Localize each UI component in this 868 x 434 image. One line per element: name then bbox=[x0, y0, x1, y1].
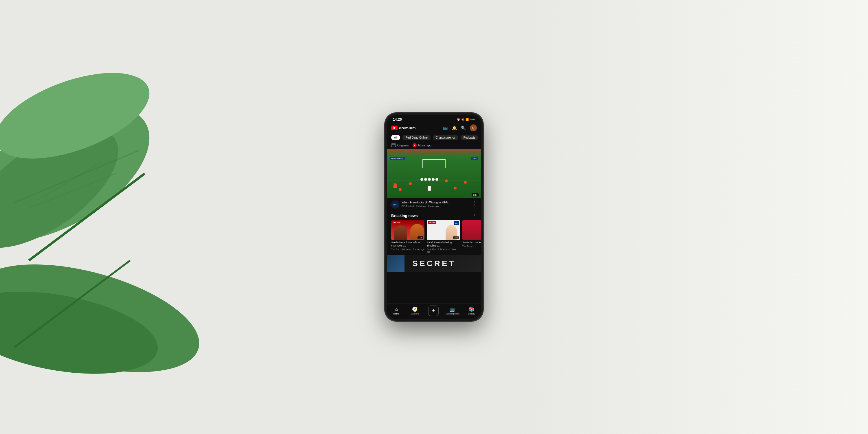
header-action-icons: 📺 🔔 🔍 U bbox=[443, 124, 477, 131]
secret-bg-image bbox=[387, 255, 404, 272]
svg-line-4 bbox=[43, 162, 101, 197]
library-label: Library bbox=[468, 312, 475, 315]
daily-mail-logo-text: Mail bbox=[455, 222, 458, 224]
player-orange-2 bbox=[409, 182, 412, 185]
news-1-channel: The Sun · 18K views · 2 hours ago bbox=[391, 248, 425, 251]
main-video-more-icon[interactable]: ⋮ bbox=[473, 200, 477, 205]
thumb-telegraph-content bbox=[462, 220, 481, 240]
music-icon bbox=[412, 143, 416, 147]
svg-point-7 bbox=[0, 278, 164, 388]
youtube-logo[interactable]: Premium bbox=[391, 126, 416, 130]
svg-line-3 bbox=[14, 151, 139, 203]
player-5 bbox=[435, 178, 438, 181]
avatar[interactable]: U bbox=[470, 124, 477, 131]
player-2 bbox=[424, 178, 427, 181]
news-2-channel: Daily Mail · 1.4K views · 1 hour ago bbox=[427, 248, 460, 253]
main-video-time: · 1 year ago bbox=[427, 205, 439, 208]
news-3-channel: The Telegr... bbox=[462, 245, 481, 247]
search-icon[interactable]: 🔍 bbox=[461, 126, 466, 130]
main-video-channel: B/R Football bbox=[402, 205, 414, 208]
main-video-title[interactable]: When Free-Kicks Go Wrong in FIFA... bbox=[402, 200, 470, 204]
channel-avatar-inner: B/R bbox=[391, 200, 399, 209]
youtube-premium-label: Premium bbox=[399, 126, 416, 130]
breaking-news-header: Breaking news ⋮ bbox=[387, 211, 481, 219]
secret-text: SECRET bbox=[412, 259, 456, 268]
missing-banner: MISSING bbox=[428, 221, 436, 224]
svg-line-5 bbox=[29, 174, 116, 208]
phone-screen: 14:26 ⏰ 🔕 📶 65% Premium 📺 🔔 🔍 U Al bbox=[387, 115, 481, 319]
chip-podcasts[interactable]: Podcasts bbox=[461, 135, 478, 140]
qatar-banner: QATAR AIRWAYS bbox=[390, 157, 405, 160]
goalkeeper bbox=[393, 183, 398, 188]
news-video-3[interactable]: Sarah Ev... we know... The Telegr... bbox=[462, 220, 481, 253]
svg-point-2 bbox=[0, 55, 160, 176]
cast-icon[interactable]: 📺 bbox=[443, 126, 448, 130]
sun-logo: The Sun bbox=[392, 221, 401, 224]
main-video-info: B/R When Free-Kicks Go Wrong in FIFA... … bbox=[387, 198, 481, 211]
nav-add[interactable]: + bbox=[427, 306, 440, 316]
player-1 bbox=[421, 178, 423, 181]
news-3-title: Sarah Ev... we know... bbox=[462, 241, 481, 244]
svg-point-0 bbox=[0, 78, 172, 269]
breaking-news-title: Breaking news bbox=[391, 214, 418, 218]
originals-icon bbox=[391, 144, 396, 147]
status-time: 14:26 bbox=[393, 118, 402, 122]
player-orange-3 bbox=[445, 179, 448, 182]
nav-explore[interactable]: 🧭 Explore bbox=[408, 306, 421, 315]
main-video-meta: When Free-Kicks Go Wrong in FIFA... B/R … bbox=[402, 200, 470, 208]
chip-crypto[interactable]: Cryptocurrency bbox=[433, 135, 458, 140]
news-video-1[interactable]: The Sun 1:35 Sarah Everard: Met officer … bbox=[391, 220, 425, 253]
explore-label: Explore bbox=[411, 312, 418, 315]
breaking-news-more-icon[interactable]: ⋮ bbox=[473, 213, 477, 218]
premium-bar: Originals Music app bbox=[387, 142, 481, 149]
breaking-news-list: The Sun 1:35 Sarah Everard: Met officer … bbox=[387, 219, 481, 255]
svg-point-1 bbox=[0, 105, 138, 271]
player-orange-4 bbox=[454, 187, 457, 189]
news-thumb-1: The Sun 1:35 bbox=[391, 220, 425, 240]
battery-level: 65% bbox=[470, 118, 475, 121]
crowd bbox=[387, 149, 481, 156]
news-2-title: Sarah Everard missing: Timeline o... bbox=[427, 241, 460, 247]
filter-chips: All Red Dead Online Cryptocurrency Podca… bbox=[387, 133, 481, 142]
daily-mail-logo: Mail bbox=[454, 221, 459, 225]
player-12: 12 bbox=[428, 186, 431, 192]
music-app-item[interactable]: Music app bbox=[412, 143, 431, 147]
news-thumb-3 bbox=[462, 220, 481, 240]
channel-avatar-br[interactable]: B/R bbox=[391, 200, 399, 209]
news-3-meta: Sarah Ev... we know... The Telegr... bbox=[462, 241, 481, 247]
nav-home[interactable]: ⌂ Home bbox=[390, 307, 403, 315]
leaf-background bbox=[0, 0, 203, 434]
secret-section[interactable]: SECRET bbox=[387, 255, 481, 272]
main-video-sub-info: B/R Football · 2M views · 1 year ago bbox=[402, 205, 470, 208]
originals-item[interactable]: Originals bbox=[391, 144, 408, 147]
youtube-logo-icon bbox=[391, 126, 398, 130]
news-1-meta: Sarah Everard: Met officer may have 'u..… bbox=[391, 241, 425, 251]
alarm-icon: ⏰ bbox=[457, 118, 460, 121]
phone-shell: 14:26 ⏰ 🔕 📶 65% Premium 📺 🔔 🔍 U Al bbox=[385, 113, 483, 321]
main-video-thumbnail[interactable]: QATAR AIRWAYS FIFA bbox=[387, 149, 481, 198]
chip-all[interactable]: All bbox=[391, 135, 400, 140]
explore-icon: 🧭 bbox=[412, 306, 418, 312]
bell-icon[interactable]: 🔔 bbox=[452, 126, 457, 130]
player-4 bbox=[432, 178, 435, 181]
chip-red-dead[interactable]: Red Dead Online bbox=[402, 135, 431, 140]
library-icon: 📚 bbox=[469, 306, 474, 312]
player-3 bbox=[428, 178, 431, 181]
subscriptions-label: Subscriptions bbox=[445, 312, 460, 315]
music-app-label: Music app bbox=[418, 144, 431, 147]
news-1-title: Sarah Everard: Met officer may have 'u..… bbox=[391, 241, 425, 247]
originals-label: Originals bbox=[397, 144, 408, 147]
soccer-field: QATAR AIRWAYS FIFA bbox=[387, 149, 481, 198]
nav-library[interactable]: 📚 Library bbox=[465, 306, 478, 315]
person-figure-1a bbox=[394, 225, 407, 240]
player-orange-5 bbox=[464, 181, 467, 184]
bottom-navigation: ⌂ Home 🧭 Explore + 📺 Subscriptions 📚 Lib… bbox=[387, 304, 481, 319]
nav-subscriptions[interactable]: 📺 Subscriptions bbox=[445, 306, 460, 315]
home-label: Home bbox=[393, 312, 399, 315]
news-video-2[interactable]: MISSING Mail 2:39 Sarah Everard missing:… bbox=[427, 220, 460, 253]
news-thumb-2: MISSING Mail 2:39 bbox=[427, 220, 460, 240]
svg-point-6 bbox=[0, 244, 203, 393]
fifa-banner: FIFA bbox=[471, 157, 478, 160]
add-button[interactable]: + bbox=[428, 306, 439, 316]
home-icon: ⌂ bbox=[395, 307, 398, 312]
